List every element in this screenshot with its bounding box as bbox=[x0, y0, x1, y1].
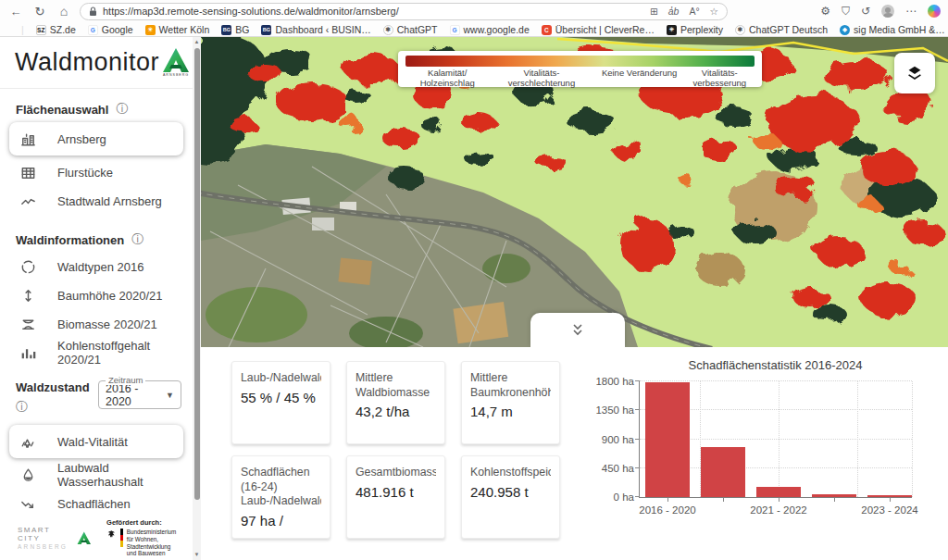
bookmark-googlede[interactable]: Gwww.google.de bbox=[450, 24, 530, 35]
bookmark-dashboard-busin[interactable]: BGDashboard ‹ BUSIN… bbox=[261, 24, 370, 35]
arnsberg-logo-small-icon bbox=[77, 530, 92, 546]
bookmark-google[interactable]: GGoogle bbox=[88, 24, 133, 35]
parcel-grid-icon bbox=[18, 164, 38, 181]
refresh-icon[interactable]: ↻ bbox=[31, 6, 48, 18]
browser-essentials-icon[interactable]: ⚙ bbox=[820, 5, 830, 18]
info-icon[interactable]: ⓘ bbox=[16, 399, 90, 416]
chart-plot: 0 ha450 ha900 ha1350 ha1800 ha2016 - 202… bbox=[639, 381, 912, 498]
zeitraum-label: Zeitraum bbox=[106, 375, 145, 385]
scroll-down-icon[interactable]: ▼ bbox=[193, 550, 201, 560]
smart-city-label: SMART CITY bbox=[18, 526, 69, 543]
copilot-icon[interactable] bbox=[928, 5, 941, 18]
settings-menu-icon[interactable]: ⋯ bbox=[905, 5, 917, 18]
legend-label-keine-veraenderung: Keine Veränderung bbox=[594, 68, 685, 89]
chart-title: Schadflächenstatistik 2016-2024 bbox=[639, 358, 912, 372]
bookmark-szde[interactable]: SZSZ.de bbox=[36, 24, 76, 35]
vitality-legend: Kalamität/Holzeinschlag Vitalitäts-versc… bbox=[398, 51, 762, 87]
address-bar-row: ← ↻ ⌂ https://map3d.remote-sensing-solut… bbox=[0, 0, 948, 22]
y-axis-tick: 0 ha bbox=[580, 492, 634, 503]
legend-label-verschlechterung: Vitalitäts-verschlechterung bbox=[489, 68, 593, 89]
chart-bar[interactable] bbox=[756, 487, 801, 497]
federal-eagle-icon bbox=[106, 529, 117, 540]
stat-card-laub-nadelwald: Laub-/Nadelwald 55 % / 45 % bbox=[231, 361, 331, 444]
sidebar-item-baumhoehe[interactable]: Baumhöhe 2020/21 bbox=[9, 281, 183, 309]
stat-card-schadflaechen: Schadflächen (16-24) Laub-/Nadelwald 97 … bbox=[231, 455, 331, 539]
favorites-bar: | SZSZ.de GGoogle ☀Wetter Köln BGBG BGDa… bbox=[0, 22, 948, 37]
section-waldinformationen: Waldinformationen ⓘ bbox=[16, 231, 193, 248]
x-axis-tick: 2023 - 2024 bbox=[861, 504, 917, 516]
app-logo: Waldmonitor ARNSBERG bbox=[0, 37, 193, 89]
sidebar-item-biomasse[interactable]: Biomasse 2020/21 bbox=[9, 310, 183, 338]
sidebar-item-laubwald-wasserhaushalt[interactable]: Laubwald Wasserhaushalt bbox=[9, 461, 183, 489]
bookmark-sig-media[interactable]: ◈sig Media GmbH &… bbox=[840, 24, 945, 35]
ministry-logo: Bundesministerium für Wohnen, Stadtentwi… bbox=[106, 529, 193, 557]
sidebar-item-kohlenstoffgehalt[interactable]: Kohlenstoffgehalt 2020/21 bbox=[9, 339, 183, 367]
sidebar-footer: SMART CITY ARNSBERG Gefördert durch: Bun… bbox=[0, 516, 193, 560]
layers-button[interactable] bbox=[894, 53, 935, 93]
history-icon[interactable]: ↺ bbox=[861, 5, 870, 18]
scroll-up-icon[interactable]: ▲ bbox=[193, 37, 201, 47]
favorite-star-icon[interactable]: ☆ bbox=[710, 6, 718, 17]
sidebar-item-label: Laubwald Wasserhaushalt bbox=[57, 461, 183, 489]
layers-icon bbox=[904, 63, 925, 83]
double-chevron-down-icon bbox=[570, 323, 585, 337]
y-axis-tick: 1800 ha bbox=[580, 376, 634, 387]
map-canvas[interactable]: Kalamität/Holzeinschlag Vitalitäts-versc… bbox=[201, 37, 948, 347]
height-arrow-icon bbox=[18, 287, 38, 305]
funding-label: Gefördert durch: bbox=[106, 518, 193, 527]
scale-icon bbox=[18, 316, 38, 333]
panel-collapse-tab[interactable] bbox=[530, 313, 625, 347]
bookmark-chatgpt[interactable]: ✱ChatGPT bbox=[383, 24, 438, 35]
sidebar-item-label: Arnsberg bbox=[57, 132, 106, 146]
legend-gradient-bar bbox=[405, 56, 755, 67]
sidebar-item-label: Wald-Vitalität bbox=[57, 435, 128, 449]
sidebar-item-wald-vitalitaet[interactable]: Wald-Vitalität bbox=[9, 425, 183, 458]
collections-icon[interactable]: ⛉ bbox=[842, 5, 850, 18]
section-waldzustand: Waldzustand ⓘ Zeitraum 2016 - 2020 ▼ bbox=[16, 380, 181, 416]
profile-avatar[interactable] bbox=[881, 5, 894, 18]
stat-card-kohlenstoffspeicher: Kohlenstoffspeicher 240.958 t bbox=[461, 455, 560, 539]
legend-label-verbesserung: Vitalitäts-verbesserung bbox=[685, 68, 755, 89]
sidebar-item-label: Baumhöhe 2020/21 bbox=[57, 289, 162, 303]
bookmark-cleverreach[interactable]: CÜbersicht | CleverRe… bbox=[542, 24, 655, 35]
sidebar-item-label: Schadflächen bbox=[57, 497, 131, 511]
bar-chart-icon bbox=[18, 344, 38, 362]
info-icon[interactable]: ⓘ bbox=[116, 101, 128, 118]
stat-card-waldbiomasse: Mittlere Waldbiomasse 43,2 t/ha bbox=[346, 361, 445, 444]
x-axis-tick: 2021 - 2022 bbox=[750, 504, 806, 516]
info-icon[interactable]: ⓘ bbox=[131, 231, 143, 248]
chart-bar[interactable] bbox=[867, 495, 912, 497]
chart-bar[interactable] bbox=[812, 494, 856, 497]
address-bar[interactable]: https://map3d.remote-sensing-solutions.d… bbox=[80, 3, 728, 20]
bookmark-wetter-koeln[interactable]: ☀Wetter Köln bbox=[145, 24, 210, 35]
sidebar-item-schadflaechen[interactable]: Schadflächen bbox=[9, 490, 183, 517]
scrollbar-thumb[interactable] bbox=[194, 48, 200, 500]
back-icon[interactable]: ← bbox=[7, 6, 24, 18]
tricolor-bar bbox=[120, 529, 123, 547]
legend-label-kalamitaet: Kalamität/Holzeinschlag bbox=[405, 68, 489, 89]
sidebar-item-arnsberg[interactable]: Arnsberg bbox=[9, 122, 183, 156]
sidebar-item-label: Biomasse 2020/21 bbox=[57, 317, 157, 331]
bookmark-chatgpt-deutsch[interactable]: ✱ChatGPT Deutsch bbox=[735, 24, 828, 35]
water-drop-icon bbox=[18, 467, 38, 483]
sidebar-item-label: Stadtwald Arnsberg bbox=[57, 194, 162, 208]
donut-chart-icon bbox=[18, 258, 38, 276]
stat-card-gesamtbiomasse: Gesamtbiomasse 481.916 t bbox=[346, 455, 445, 539]
sidebar-item-stadtwald-arnsberg[interactable]: Stadtwald Arnsberg bbox=[9, 187, 183, 215]
schadflaechen-chart: Schadflächenstatistik 2016-2024 0 ha450 … bbox=[571, 358, 942, 543]
sidebar-item-waldtypen[interactable]: Waldtypen 2016 bbox=[9, 253, 183, 280]
immersive-reader-icon[interactable]: A° bbox=[689, 6, 699, 17]
bookmark-bg[interactable]: BGBG bbox=[221, 24, 249, 35]
read-aloud-icon[interactable]: a̓b bbox=[668, 6, 680, 17]
sidebar-scrollbar[interactable]: ▲ ▼ bbox=[193, 37, 201, 560]
sidebar-item-flurstuecke[interactable]: Flurstücke bbox=[9, 158, 183, 186]
chart-bar[interactable] bbox=[701, 447, 745, 497]
split-screen-icon[interactable]: ⊞ bbox=[650, 6, 658, 17]
sidebar-item-label: Kohlenstoffgehalt 2020/21 bbox=[57, 339, 183, 367]
bookmark-perplexity[interactable]: ✳Perplexity bbox=[667, 24, 723, 35]
divider: | bbox=[21, 24, 24, 35]
zeitraum-select[interactable]: Zeitraum 2016 - 2020 ▼ bbox=[98, 380, 181, 409]
forest-icon bbox=[18, 433, 38, 451]
home-icon[interactable]: ⌂ bbox=[56, 5, 72, 18]
chart-bar[interactable] bbox=[645, 382, 690, 497]
